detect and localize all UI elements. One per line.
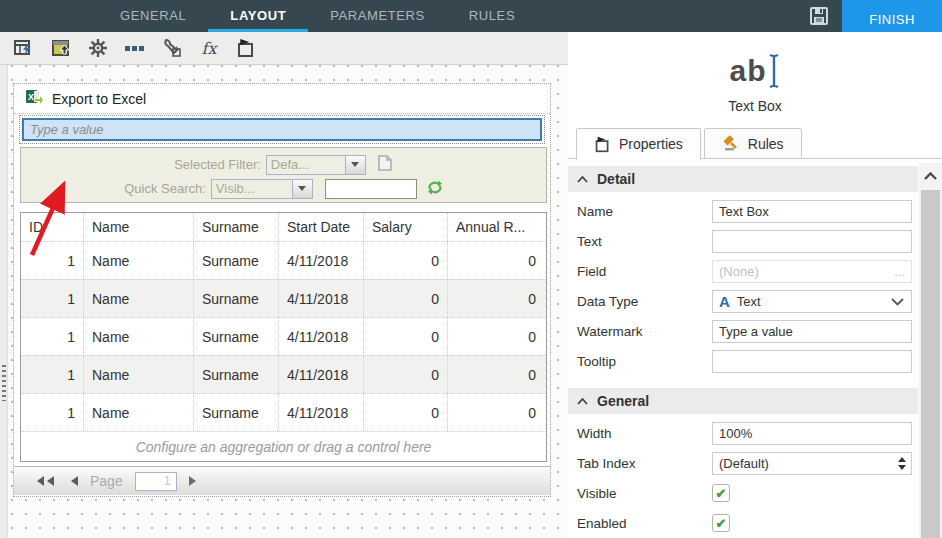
selected-textbox-control[interactable]: Type a value: [22, 118, 542, 141]
previous-page-icon[interactable]: [66, 476, 78, 486]
dropdown-arrow-icon[interactable]: [345, 156, 365, 174]
chevron-up-icon: [577, 176, 588, 183]
tab-index-stepper[interactable]: [898, 453, 906, 474]
table-cell: 0: [363, 356, 447, 393]
quick-search-input[interactable]: [325, 179, 417, 199]
gavel-icon: [722, 135, 740, 152]
gear-icon[interactable]: [86, 36, 110, 60]
quick-search-value: Visib...: [212, 180, 259, 198]
dropdown-arrow-icon[interactable]: [292, 180, 312, 198]
property-row-text: Text: [568, 226, 918, 256]
expression-fx-icon[interactable]: fx: [197, 36, 221, 60]
textbox-ab-icon: ab: [729, 54, 766, 88]
tooltip-field[interactable]: [712, 350, 912, 373]
table-cell: 1: [21, 318, 83, 355]
export-to-excel-button[interactable]: X Export to Excel: [14, 84, 550, 114]
quick-search-dropdown[interactable]: Visib...: [211, 179, 313, 199]
next-page-icon[interactable]: [189, 476, 201, 486]
panel-scrollbar[interactable]: [919, 163, 942, 538]
table-cell: 0: [447, 280, 544, 317]
table-row: 1NameSurname4/11/201800: [21, 393, 546, 431]
properties-tabs: Properties Rules: [568, 128, 942, 159]
page-number-input[interactable]: [135, 472, 177, 491]
ellipsis-picker-button[interactable]: ...: [894, 264, 905, 279]
width-input[interactable]: [719, 426, 905, 441]
layout-toolbar: fx: [0, 32, 568, 65]
table-cell: 0: [447, 394, 544, 431]
more-options-icon[interactable]: [123, 36, 147, 60]
scroll-up-icon[interactable]: [919, 163, 942, 189]
table-cell: Surname: [193, 280, 278, 317]
data-grid[interactable]: IDNameSurnameStart DateSalaryAnnual R...…: [20, 212, 547, 462]
column-header: Start Date: [278, 213, 363, 241]
tab-index-field[interactable]: (Default): [712, 452, 912, 475]
text-input[interactable]: [719, 234, 905, 249]
tab-properties[interactable]: Properties: [576, 128, 701, 160]
visible-checkbox[interactable]: ✔: [712, 484, 730, 502]
tooltip-input[interactable]: [719, 354, 905, 369]
table-cell: Name: [83, 394, 193, 431]
table-row: 1NameSurname4/11/201800: [21, 241, 546, 279]
table-cell: Name: [83, 318, 193, 355]
chevron-down-icon[interactable]: [891, 294, 904, 309]
tab-parameters[interactable]: PARAMETERS: [308, 0, 447, 32]
column-header: Name: [83, 213, 193, 241]
watermark-input[interactable]: [719, 324, 905, 339]
table-row: 1NameSurname4/11/201800: [21, 279, 546, 317]
tab-rules[interactable]: Rules: [704, 128, 802, 159]
control-preview: ab: [568, 50, 942, 92]
table-cell: Surname: [193, 242, 278, 279]
column-header: Salary: [363, 213, 447, 241]
table-cell: 4/11/2018: [278, 242, 363, 279]
table-cell: 0: [363, 394, 447, 431]
splitter-handle-icon[interactable]: [2, 365, 6, 401]
section-header-detail[interactable]: Detail: [568, 166, 918, 192]
tab-rules[interactable]: RULES: [447, 0, 537, 32]
add-control-icon[interactable]: [234, 36, 258, 60]
width-field[interactable]: [712, 422, 912, 445]
section-rows: NameTextField(None)...Data TypeATextWate…: [568, 192, 918, 376]
property-label: Watermark: [577, 324, 712, 339]
table-cell: 0: [447, 318, 544, 355]
section-header-general[interactable]: General: [568, 388, 918, 414]
property-row-field: Field(None)...: [568, 256, 918, 286]
refresh-icon[interactable]: [427, 180, 443, 198]
tab-rules-label: Rules: [748, 136, 784, 152]
property-label: Tooltip: [577, 354, 712, 369]
property-row-data-type: Data TypeAText: [568, 286, 918, 316]
table-cell: 0: [363, 242, 447, 279]
control-tag-icon: [594, 136, 611, 153]
panel-splitter[interactable]: [0, 65, 8, 538]
aggregation-hint[interactable]: Configure an aggregation or drag a contr…: [21, 431, 546, 461]
name-field[interactable]: [712, 200, 912, 223]
list-view-control[interactable]: X Export to Excel Type a value Selected …: [14, 84, 550, 496]
first-page-icon[interactable]: [32, 476, 54, 486]
edit-view-icon[interactable]: [49, 36, 73, 60]
selected-filter-dropdown[interactable]: Defa...: [266, 155, 366, 175]
page-label: Page: [90, 473, 123, 489]
property-row-tab-index: Tab Index(Default): [568, 448, 918, 478]
enabled-checkbox[interactable]: ✔: [712, 514, 730, 532]
tab-layout[interactable]: LAYOUT: [208, 0, 308, 32]
configure-tools-icon[interactable]: [160, 36, 184, 60]
scrollbar-thumb[interactable]: [921, 190, 940, 538]
document-icon[interactable]: [376, 154, 393, 175]
property-label: Enabled: [577, 516, 712, 531]
design-canvas: X Export to Excel Type a value Selected …: [0, 65, 568, 538]
field-field[interactable]: (None)...: [712, 260, 912, 283]
table-cell: Name: [83, 280, 193, 317]
watermark-field[interactable]: [712, 320, 912, 343]
property-label: Text: [577, 234, 712, 249]
text-field[interactable]: [712, 230, 912, 253]
tab-general[interactable]: GENERAL: [98, 0, 208, 32]
svg-text:X: X: [28, 92, 34, 102]
edit-grid-icon[interactable]: [12, 36, 36, 60]
selected-filter-row: Selected Filter: Defa...: [21, 154, 546, 175]
table-cell: Name: [83, 356, 193, 393]
filter-panel: Selected Filter: Defa... Quick Search:: [20, 147, 547, 203]
table-cell: 0: [447, 356, 544, 393]
data-type-field[interactable]: AText: [712, 290, 912, 313]
save-icon[interactable]: [808, 5, 830, 27]
property-label: Tab Index: [577, 456, 712, 471]
name-input[interactable]: [719, 204, 905, 219]
